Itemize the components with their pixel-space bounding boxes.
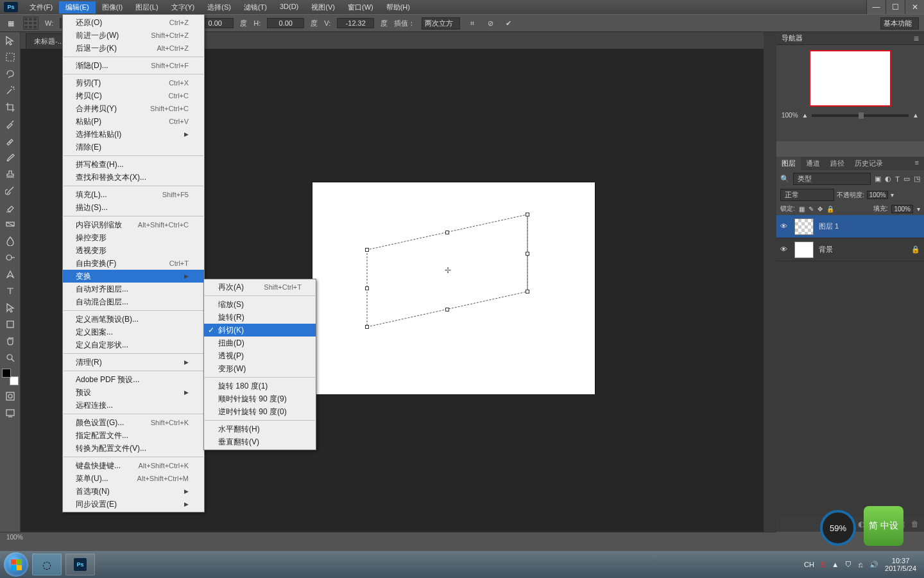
menu-item[interactable]: 指定配置文件...	[63, 429, 204, 442]
filter-smart-icon[interactable]: ◳	[914, 175, 920, 183]
tray-lang[interactable]: CH	[804, 561, 814, 568]
blur-tool[interactable]	[0, 232, 21, 249]
commit-transform-icon[interactable]: ✔	[502, 17, 514, 29]
zoom-in-icon[interactable]: ▲	[912, 112, 919, 119]
menu-item[interactable]: 键盘快捷键...Alt+Shift+Ctrl+K	[63, 459, 204, 472]
transform-handle[interactable]	[445, 308, 449, 311]
taskbar-app-1[interactable]: ◌	[32, 554, 62, 575]
tray-ime-icon[interactable]: S	[821, 561, 825, 568]
menu-item[interactable]: 操控变形	[63, 231, 204, 244]
submenu-item[interactable]: ✓斜切(K)	[204, 324, 316, 337]
path-select-tool[interactable]	[0, 299, 21, 316]
submenu-item[interactable]: 再次(A)Shift+Ctrl+T	[204, 281, 316, 293]
menu-item[interactable]: 选择性粘贴(I)▶	[63, 128, 204, 141]
transform-handle[interactable]	[365, 325, 369, 329]
tray-volume-icon[interactable]: 🔊	[869, 561, 878, 569]
transform-handle[interactable]	[365, 286, 369, 290]
submenu-item[interactable]: 变形(W)	[204, 362, 316, 375]
search-icon[interactable]: 🔍	[780, 175, 789, 183]
document-canvas[interactable]: ✢	[312, 182, 595, 394]
menu-item[interactable]: 菜单(U)...Alt+Shift+Ctrl+M	[63, 472, 204, 485]
submenu-item[interactable]: 水平翻转(H)	[204, 423, 316, 435]
menu-item[interactable]: 定义自定形状...	[63, 338, 204, 351]
crop-tool[interactable]	[0, 99, 21, 116]
transform-handle[interactable]	[526, 290, 529, 293]
workspace-switcher[interactable]: 基本功能	[880, 17, 919, 30]
panel-menu-icon[interactable]: ≡	[914, 33, 919, 44]
menu-item[interactable]: 粘贴(P)Ctrl+V	[63, 115, 204, 128]
cancel-transform-icon[interactable]: ⊘	[484, 17, 496, 29]
opacity-field[interactable]: 100%	[867, 191, 889, 199]
menu-item[interactable]: 自由变换(F)Ctrl+T	[63, 257, 204, 270]
move-tool[interactable]	[0, 32, 21, 49]
filter-adj-icon[interactable]: ◐	[885, 175, 891, 183]
submenu-item[interactable]: 透视(P)	[204, 349, 316, 362]
menu-item[interactable]: 拼写检查(H)...	[63, 158, 204, 171]
transform-handle[interactable]	[526, 252, 529, 256]
submenu-item[interactable]: 逆时针旋转 90 度(0)	[204, 405, 316, 418]
menubar-item[interactable]: 帮助(H)	[380, 1, 416, 13]
hand-tool[interactable]	[0, 333, 21, 349]
tray-clock[interactable]: 10:37 2017/5/24	[885, 557, 916, 572]
stamp-tool[interactable]	[0, 166, 21, 182]
minimize-button[interactable]: —	[866, 0, 886, 14]
reference-point-grid[interactable]	[23, 17, 38, 30]
lock-paint-icon[interactable]: ✎	[809, 206, 814, 213]
blend-mode-select[interactable]: 正常	[780, 189, 834, 201]
layer-filter-select[interactable]: 类型	[793, 173, 871, 185]
submenu-item[interactable]: 缩放(S)	[204, 298, 316, 311]
menu-item[interactable]: 同步设置(E)▶	[63, 498, 204, 511]
menu-item[interactable]: 定义画笔预设(B)...	[63, 313, 204, 326]
menu-item[interactable]: 渐隐(D)...Shift+Ctrl+F	[63, 59, 204, 72]
menu-item[interactable]: 合并拷贝(Y)Shift+Ctrl+C	[63, 102, 204, 115]
warp-icon[interactable]: ⌗	[466, 17, 478, 29]
wand-tool[interactable]	[0, 82, 21, 99]
layer-thumbnail[interactable]	[794, 241, 814, 258]
brush-tool[interactable]	[0, 149, 21, 166]
start-button[interactable]	[4, 552, 28, 577]
navigator-thumbnail[interactable]	[809, 50, 891, 107]
lock-all-icon[interactable]: 🔒	[826, 206, 834, 213]
menu-item[interactable]: 拷贝(C)Ctrl+C	[63, 89, 204, 102]
eyedropper-tool[interactable]	[0, 116, 21, 132]
type-tool[interactable]	[0, 283, 21, 299]
lock-trans-icon[interactable]: ▦	[799, 206, 805, 213]
menubar-item[interactable]: 窗口(W)	[341, 1, 380, 13]
menubar-item[interactable]: 图像(I)	[96, 1, 129, 13]
collapsed-dock[interactable]	[764, 32, 776, 532]
history-brush-tool[interactable]	[0, 182, 21, 199]
round-gauge-widget[interactable]: 59%	[820, 510, 856, 546]
menu-item[interactable]: 查找和替换文本(X)...	[63, 171, 204, 184]
menubar-item[interactable]: 3D(D)	[273, 1, 305, 13]
eraser-tool[interactable]	[0, 199, 21, 216]
zoom-tool[interactable]	[0, 349, 21, 366]
panel-tab[interactable]: 历史记录	[850, 157, 888, 170]
menu-item[interactable]: 自动混合图层...	[63, 295, 204, 308]
submenu-item[interactable]: 顺时针旋转 90 度(9)	[204, 392, 316, 405]
fg-bg-colors[interactable]	[2, 369, 19, 385]
visibility-icon[interactable]: 👁	[780, 245, 789, 254]
menubar-item[interactable]: 编辑(E)	[59, 1, 96, 13]
filter-img-icon[interactable]: ▣	[875, 175, 881, 183]
shape-tool[interactable]	[0, 316, 21, 333]
menu-item[interactable]: 清除(E)	[63, 141, 204, 153]
menu-item[interactable]: 后退一步(K)Alt+Ctrl+Z	[63, 42, 204, 55]
healing-tool[interactable]	[0, 132, 21, 149]
menu-item[interactable]: 描边(S)...	[63, 201, 204, 214]
menu-item[interactable]: 剪切(T)Ctrl+X	[63, 76, 204, 89]
menu-item[interactable]: 还原(O)Ctrl+Z	[63, 16, 204, 29]
quickmask-tool[interactable]	[0, 388, 21, 405]
tray-network-icon[interactable]: ⎌	[859, 561, 863, 568]
menu-item[interactable]: 转换为配置文件(V)...	[63, 442, 204, 455]
menu-item[interactable]: 内容识别缩放Alt+Shift+Ctrl+C	[63, 218, 204, 231]
marquee-tool[interactable]	[0, 49, 21, 66]
h-skew-field[interactable]: 0.00	[267, 18, 304, 28]
menubar-item[interactable]: 滤镜(T)	[237, 1, 273, 13]
menubar-item[interactable]: 视图(V)	[305, 1, 341, 13]
menu-item[interactable]: 定义图案...	[63, 326, 204, 338]
interp-select[interactable]: 两次立方	[422, 17, 460, 30]
submenu-item[interactable]: 旋转 180 度(1)	[204, 380, 316, 392]
lasso-tool[interactable]	[0, 66, 21, 82]
gradient-tool[interactable]	[0, 216, 21, 232]
menu-item[interactable]: 首选项(N)▶	[63, 485, 204, 498]
